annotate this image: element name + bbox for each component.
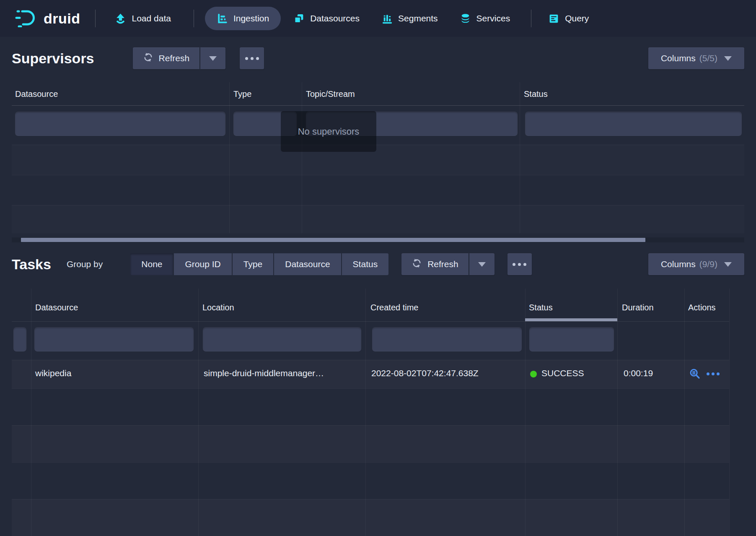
query-icon	[548, 13, 559, 24]
chevron-down-icon	[478, 262, 486, 267]
column-divider	[520, 82, 520, 233]
brand-wordmark: druid	[44, 10, 80, 27]
datasources-icon	[293, 13, 305, 24]
row-stripe	[12, 145, 744, 175]
tasks-columns-button[interactable]: Columns (9/9)	[648, 253, 744, 275]
druid-console: druid Load data Ingestion	[0, 0, 756, 536]
column-header-status[interactable]: Status	[529, 303, 553, 312]
column-divider	[229, 82, 230, 233]
datasource-filter-input[interactable]	[34, 327, 194, 351]
cell-duration[interactable]: 0:00:19	[624, 368, 653, 378]
column-header-actions[interactable]: Actions	[688, 303, 716, 312]
tasks-refresh-interval-button[interactable]	[469, 253, 495, 275]
nav-item-label: Query	[565, 13, 589, 23]
row-stripe	[12, 360, 729, 388]
nav-divider	[531, 10, 531, 27]
columns-label: Columns	[661, 53, 696, 63]
row-stripe	[12, 499, 729, 536]
column-divider	[729, 289, 730, 536]
horizontal-scrollbar	[12, 237, 744, 242]
datasource-filter-input[interactable]	[15, 112, 225, 136]
group-by-type-button[interactable]: Type	[233, 253, 274, 275]
column-header-location[interactable]: Location	[202, 303, 234, 312]
supervisors-columns-button[interactable]: Columns (5/5)	[648, 47, 744, 69]
ingestion-icon	[217, 13, 228, 24]
group-by-none-button[interactable]: None	[130, 253, 173, 275]
tasks-title: Tasks	[12, 256, 51, 273]
refresh-icon	[412, 258, 422, 271]
status-filter-input[interactable]	[529, 327, 614, 351]
row-actions-button[interactable]	[707, 372, 720, 375]
tasks-refresh-button[interactable]: Refresh	[401, 253, 469, 275]
nav-item-label: Datasources	[310, 13, 360, 23]
row-divider	[12, 145, 744, 145]
cell-status[interactable]: SUCCESS	[541, 368, 584, 378]
supervisors-more-button[interactable]	[240, 47, 264, 69]
status-success-dot	[530, 371, 537, 377]
row-divider	[12, 360, 729, 360]
row-divider	[12, 205, 744, 206]
segments-icon	[381, 13, 393, 24]
group-by-label: Group by	[67, 259, 103, 269]
nav-divider	[194, 10, 194, 27]
supervisors-refresh-group: Refresh	[133, 47, 226, 69]
supervisors-title: Supervisors	[12, 50, 94, 67]
group-by-group-id-button[interactable]: Group ID	[174, 253, 231, 275]
column-header-created-time[interactable]: Created time	[370, 303, 419, 312]
more-icon	[513, 263, 526, 266]
column-divider	[302, 82, 302, 233]
nav-item-label: Ingestion	[233, 13, 269, 23]
row-stripe	[12, 425, 729, 462]
druid-logo-icon[interactable]	[15, 8, 39, 29]
tasks-refresh-group: Refresh	[401, 253, 495, 275]
nav-item-ingestion[interactable]: Ingestion	[205, 7, 281, 30]
group-by-status-button[interactable]: Status	[342, 253, 389, 275]
cell-location[interactable]: simple-druid-middlemanager…	[204, 368, 324, 378]
row-stripe	[12, 205, 744, 233]
nav-item-load-data[interactable]: Load data	[115, 13, 171, 24]
hidden-column-filter-input[interactable]	[13, 327, 26, 351]
column-header-datasource[interactable]: Datasource	[15, 89, 58, 99]
column-header-duration[interactable]: Duration	[622, 303, 654, 312]
load-data-icon	[115, 13, 126, 24]
nav-divider	[95, 10, 96, 27]
column-header-topic-stream[interactable]: Topic/Stream	[306, 89, 355, 99]
cell-datasource[interactable]: wikipedia	[35, 368, 71, 378]
chevron-down-icon	[209, 56, 217, 61]
tasks-toolbar: Tasks Group by None Group ID Type Dataso…	[12, 253, 744, 275]
sort-indicator	[525, 318, 617, 321]
nav-item-services[interactable]: Services	[460, 13, 510, 24]
tasks-more-button[interactable]	[507, 253, 532, 275]
nav-item-datasources[interactable]: Datasources	[293, 13, 360, 24]
nav-item-label: Load data	[132, 13, 171, 23]
supervisors-refresh-button[interactable]: Refresh	[133, 47, 200, 69]
nav-item-segments[interactable]: Segments	[381, 13, 438, 24]
header-divider	[12, 105, 744, 106]
columns-count: (9/9)	[699, 259, 717, 269]
nav-item-label: Services	[476, 13, 510, 23]
created-time-filter-input[interactable]	[372, 327, 522, 351]
more-icon	[245, 57, 259, 60]
nav-item-query[interactable]: Query	[548, 13, 589, 24]
refresh-label: Refresh	[159, 53, 190, 63]
group-by-datasource-button[interactable]: Datasource	[274, 253, 341, 275]
column-header-type[interactable]: Type	[233, 89, 251, 99]
empty-message: No supervisors	[298, 126, 360, 137]
cell-created-time[interactable]: 2022-08-02T07:42:47.638Z	[371, 368, 479, 378]
supervisors-toolbar: Supervisors Refresh	[12, 47, 744, 70]
supervisors-refresh-interval-button[interactable]	[200, 47, 225, 69]
chevron-down-icon	[724, 262, 732, 267]
column-header-datasource[interactable]: Datasource	[35, 303, 78, 312]
top-nav: druid Load data Ingestion	[0, 0, 756, 37]
location-filter-input[interactable]	[203, 327, 361, 351]
group-by-button-group: None Group ID Type Datasource Status	[130, 253, 388, 275]
row-divider	[12, 462, 729, 463]
columns-label: Columns	[661, 259, 696, 269]
magnifier-icon	[689, 372, 701, 381]
no-supervisors-overlay: No supervisors	[281, 111, 376, 152]
chevron-down-icon	[724, 56, 732, 61]
status-filter-input[interactable]	[525, 112, 742, 136]
scrollbar-thumb[interactable]	[21, 238, 645, 242]
column-header-status[interactable]: Status	[524, 89, 548, 99]
view-details-button[interactable]	[689, 368, 701, 382]
